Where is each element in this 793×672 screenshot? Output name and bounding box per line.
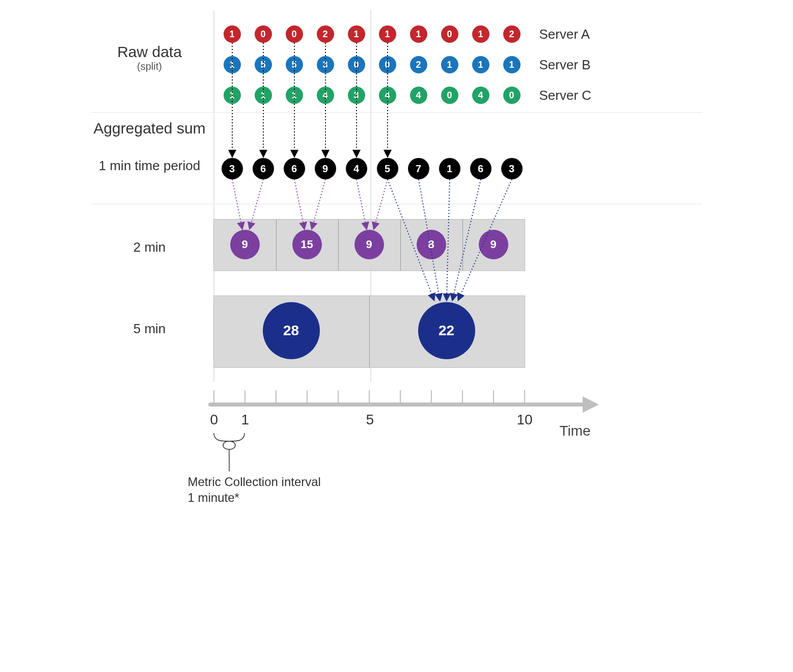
raw-dot: 2 [503, 25, 521, 43]
sum1-dot: 9 [315, 158, 336, 179]
raw-data-subtitle: (split) [91, 61, 208, 72]
raw-dot: 1 [503, 56, 521, 73]
sum1-dot: 7 [408, 158, 429, 179]
axis-number-5: 5 [366, 412, 374, 428]
sum1-dot: 5 [377, 158, 398, 179]
axis-tick [462, 390, 463, 404]
raw-dot: 0 [255, 25, 272, 43]
raw-dot: 3 [317, 56, 334, 73]
two-min-label: 2 min [91, 239, 208, 255]
axis-time-label: Time [560, 423, 591, 439]
raw-dot: 1 [286, 87, 303, 104]
raw-dot: 1 [224, 87, 241, 104]
five-min-row [213, 295, 525, 368]
raw-dot: 0 [441, 25, 458, 43]
sum2-dot: 15 [292, 230, 322, 259]
sum1-dot: 1 [439, 158, 460, 179]
five-min-label: 5 min [91, 321, 208, 337]
sum1-dot: 6 [284, 158, 305, 179]
raw-dot: 0 [348, 56, 365, 73]
server-a-label: Server A [539, 26, 590, 42]
sum5-dot: 22 [418, 302, 475, 359]
overlay-svg [91, 10, 702, 545]
sum1-dot: 6 [253, 158, 274, 179]
raw-dot: 1 [379, 25, 396, 43]
raw-dot: 4 [379, 87, 396, 104]
axis-tick [276, 390, 277, 404]
axis-tick [369, 390, 370, 404]
sum5-dot: 28 [263, 302, 320, 359]
raw-dot: 1 [348, 25, 365, 43]
raw-dot: 1 [441, 56, 458, 73]
sum1-dot: 3 [222, 158, 243, 179]
time-axis-line [208, 402, 585, 407]
divider [91, 204, 702, 204]
sum2-dot: 9 [230, 230, 260, 259]
raw-dot: 4 [472, 87, 489, 104]
raw-dot: 2 [410, 56, 427, 73]
raw-dot: 1 [410, 25, 427, 43]
axis-number-1: 1 [241, 412, 250, 428]
footnote-block: Metric Collection interval 1 minute* [188, 474, 321, 505]
raw-dot: 1 [255, 87, 272, 104]
aggregated-title: Aggregated sum [91, 120, 208, 137]
one-min-label: 1 min time period [91, 158, 208, 174]
axis-tick [338, 390, 339, 404]
axis-tick [307, 390, 308, 404]
aggregation-diagram: Raw data (split) Aggregated sum 1 min ti… [91, 10, 702, 545]
axis-tick [244, 390, 245, 404]
sum1-dot: 4 [346, 158, 367, 179]
raw-data-title: Raw data [91, 43, 208, 61]
footnote-line2: 1 minute* [188, 490, 321, 505]
raw-dot: 0 [286, 25, 303, 43]
axis-tick [213, 390, 214, 404]
raw-dot: 4 [317, 87, 334, 104]
footnote-line1: Metric Collection interval [188, 474, 321, 490]
axis-tick [400, 390, 401, 404]
axis-tick [431, 390, 432, 404]
raw-dot: 0 [441, 87, 458, 104]
raw-dot: 0 [379, 56, 396, 73]
sum1-dot: 6 [470, 158, 491, 179]
divider [91, 112, 702, 113]
axis-number-10: 10 [517, 412, 533, 428]
raw-dot: 5 [255, 56, 272, 73]
axis-number-0: 0 [210, 412, 218, 428]
raw-data-label-block: Raw data (split) [91, 43, 208, 72]
raw-dot: 4 [410, 87, 427, 104]
axis-arrow-icon [583, 396, 599, 413]
sum2-dot: 9 [354, 230, 384, 259]
axis-tick [493, 390, 494, 404]
raw-dot: 1 [472, 25, 489, 43]
axis-tick [524, 390, 525, 404]
raw-dot: 1 [472, 56, 489, 73]
raw-dot: 0 [503, 87, 521, 104]
server-c-label: Server C [539, 88, 592, 103]
raw-dot: 1 [224, 56, 241, 73]
server-b-label: Server B [539, 57, 591, 73]
raw-dot: 3 [348, 87, 365, 104]
sum1-dot: 3 [501, 158, 523, 179]
raw-dot: 5 [286, 56, 303, 73]
sum2-dot: 9 [479, 230, 508, 259]
raw-dot: 2 [317, 25, 334, 43]
sum2-dot: 8 [417, 230, 446, 259]
raw-dot: 1 [224, 25, 241, 43]
